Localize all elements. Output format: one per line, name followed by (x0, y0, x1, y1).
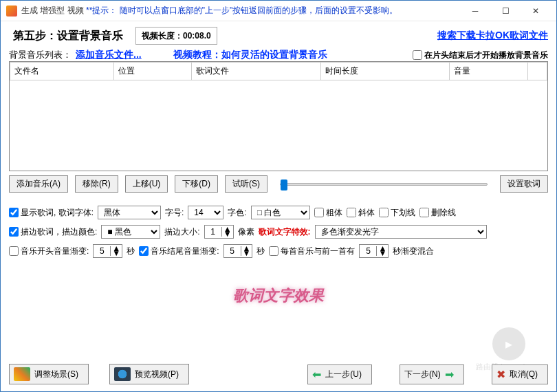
play-after-title-checkbox[interactable]: 在片头结束后才开始播放背景音乐 (413, 50, 548, 61)
outline-color-select[interactable]: ■ 黑色 (101, 225, 160, 239)
lyrics-effect-preview: 歌词文字效果 (9, 285, 548, 306)
window-controls: ─ ☐ ✕ (460, 1, 551, 21)
move-down-button[interactable]: 下移(D) (175, 175, 218, 193)
sec2: 秒 (256, 246, 265, 257)
outline-size-label: 描边大小: (164, 226, 199, 238)
title-hint-label: **提示： (86, 6, 117, 15)
fade-out-spinner[interactable]: ▲▼ (223, 244, 253, 258)
step-title: 第五步：设置背景音乐 (9, 28, 127, 45)
col-extra[interactable] (528, 63, 547, 80)
add-music-button[interactable]: 添加音乐(A) (9, 175, 68, 193)
video-length-value: 00:08.0 (183, 31, 211, 41)
watermark-icon: ▸ (492, 327, 525, 360)
bold-checkbox[interactable]: 粗体 (314, 207, 342, 219)
cancel-icon: ✖ (496, 368, 505, 381)
search-lyrics-link[interactable]: 搜索下载卡拉OK歌词文件 (437, 30, 548, 42)
titlebar: 生成 增强型 视频 **提示： 随时可以点窗口底部的"上一步"按钮返回前面的步骤… (1, 1, 556, 21)
col-volume[interactable]: 音量 (450, 63, 528, 80)
window-title: 生成 增强型 视频 **提示： 随时可以点窗口底部的"上一步"按钮返回前面的步骤… (21, 5, 460, 17)
content-area: 第五步：设置背景音乐 视频长度：00:08.0 搜索下载卡拉OK歌词文件 背景音… (1, 21, 556, 312)
remove-button[interactable]: 移除(R) (75, 175, 118, 193)
title-prefix: 生成 增强型 视频 (21, 6, 86, 15)
video-length-box: 视频长度：00:08.0 (135, 27, 217, 45)
app-window: 生成 增强型 视频 **提示： 随时可以点窗口底部的"上一步"按钮返回前面的步骤… (0, 0, 557, 392)
set-lyrics-button[interactable]: 设置歌词 (500, 175, 548, 193)
show-lyrics-checkbox[interactable]: 显示歌词, 歌词字体: (9, 207, 94, 219)
size-label: 字号: (165, 207, 184, 219)
title-hint-text: 随时可以点窗口底部的"上一步"按钮返回前面的步骤，后面的设置不受影响。 (120, 6, 398, 15)
italic-checkbox[interactable]: 斜体 (347, 207, 375, 219)
fade-in-checkbox[interactable]: 音乐开头音量渐变: (9, 246, 89, 257)
spin-down-icon[interactable]: ▼ (222, 232, 233, 237)
video-length-label: 视频长度： (142, 31, 183, 41)
gap-spinner[interactable]: ▲▼ (359, 244, 389, 258)
app-icon (6, 6, 17, 17)
col-filename[interactable]: 文件名 (10, 63, 114, 80)
color-select[interactable]: □ 白色 (251, 206, 310, 219)
gap-checkbox[interactable]: 每首音乐与前一首有 (269, 246, 355, 257)
col-lyrics[interactable]: 歌词文件 (192, 63, 320, 80)
minimize-button[interactable]: ─ (460, 1, 490, 21)
bgm-list-label: 背景音乐列表： (9, 49, 72, 61)
fade-in-spinner[interactable]: ▲▼ (93, 244, 122, 258)
move-up-button[interactable]: 上移(U) (125, 175, 168, 193)
close-button[interactable]: ✕ (521, 1, 551, 21)
strike-checkbox[interactable]: 删除线 (419, 207, 456, 219)
effect-label: 歌词文字特效: (259, 226, 311, 238)
add-music-file-link[interactable]: 添加音乐文件... (76, 49, 142, 61)
fade-out-checkbox[interactable]: 音乐结尾音量渐变: (139, 246, 219, 257)
pixels-label: 像素 (238, 226, 254, 238)
footer: 调整场景(S) 预览视频(P) ⬅ 上一步(U) 下一步(N) ➡ ✖ 取消(Q… (9, 364, 548, 384)
outline-checkbox[interactable]: 描边歌词，描边颜色: (9, 226, 97, 238)
outline-size-spinner[interactable]: ▲▼ (204, 225, 234, 239)
maximize-button[interactable]: ☐ (490, 1, 521, 21)
play-after-title-input[interactable] (413, 50, 422, 60)
scene-icon (14, 367, 30, 381)
preview-icon (114, 367, 131, 381)
arrow-right-icon: ➡ (445, 368, 454, 381)
color-label: 字色: (228, 207, 246, 219)
font-select[interactable]: 黑体 (98, 206, 161, 219)
col-position[interactable]: 位置 (113, 63, 192, 80)
slider-thumb[interactable] (281, 179, 287, 190)
col-duration[interactable]: 时间长度 (320, 63, 449, 80)
adjust-scene-button[interactable]: 调整场景(S) (9, 364, 89, 384)
size-select[interactable]: 14 (188, 206, 223, 219)
underline-checkbox[interactable]: 下划线 (379, 207, 415, 219)
audio-position-slider[interactable] (280, 183, 488, 186)
play-after-title-label: 在片头结束后才开始播放背景音乐 (424, 50, 548, 61)
arrow-left-icon: ⬅ (312, 368, 321, 381)
preview-video-button[interactable]: 预览视频(P) (109, 364, 189, 384)
prev-step-button[interactable]: ⬅ 上一步(U) (307, 364, 372, 384)
gap-suffix: 秒渐变混合 (393, 246, 434, 257)
effect-select[interactable]: 多色渐变发光字 (315, 225, 487, 239)
sec1: 秒 (127, 246, 135, 257)
next-step-button[interactable]: 下一步(N) ➡ (400, 364, 464, 384)
music-table[interactable]: 文件名 位置 歌词文件 时间长度 音量 (9, 61, 548, 171)
tutorial-link[interactable]: 视频教程：如何灵活的设置背景音乐 (173, 49, 327, 61)
preview-audio-button[interactable]: 试听(S) (225, 175, 267, 193)
cancel-button[interactable]: ✖ 取消(Q) (492, 364, 548, 384)
